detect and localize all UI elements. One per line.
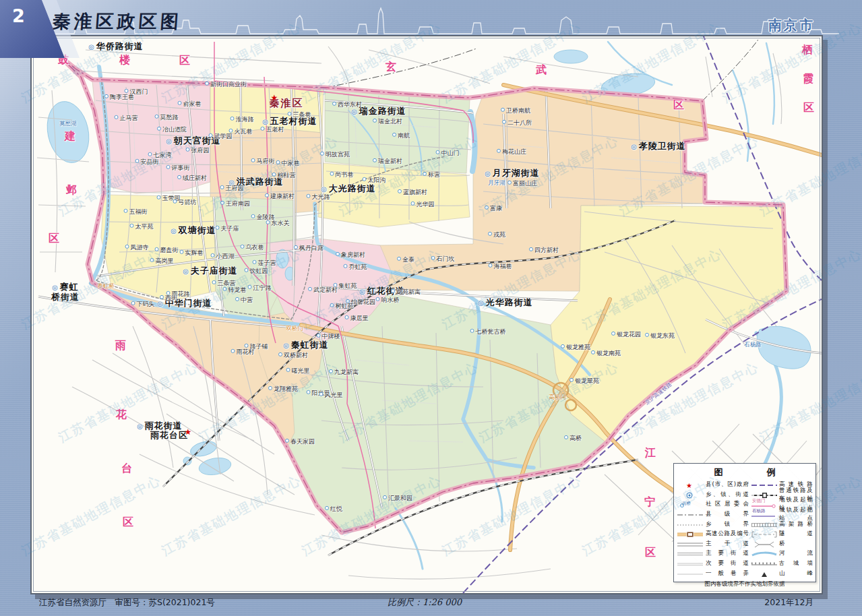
arterial-road-symbol [677,539,704,549]
river-symbol [751,549,778,558]
neighbor-district-label: 区 [645,546,656,560]
map-label: 乔虹苑 [344,264,367,270]
map-label: 中牌楼 [317,333,340,340]
map-label: 小西湖 [211,253,235,259]
map-label: 凤游寺 [125,244,149,251]
neighbor-district-label: 栖 [802,43,813,57]
map-label: 月牙湖 [488,180,505,187]
map-legend: 图 例 ★ 县(市、区)政府 乡、镇、街道 高桥 社区居委会 县级界 [673,463,816,582]
subdistrict-label: ◎月牙湖街道 [485,168,540,179]
map-label: 石杨路 [744,342,762,348]
map-label: 枫丹白露 [294,245,324,251]
city-wall-symbol [751,559,778,568]
atlas-page: 2 秦淮区政区图 南京市 [0,0,862,616]
legend-row: 主干道 [674,539,751,549]
map-panel[interactable]: 秦淮区★雨花台区★◎华侨路街道◎朝天宫街道◎五老村街道◎洪武路街道◎瑞金路街道◎… [30,35,823,594]
map-label: 九龙新寓 [329,369,359,375]
map-label: 蓝旗新村 [398,189,427,195]
page-title: 秦淮区政区图 [52,9,183,34]
subdistrict-label: ◎夫子庙街道 [183,266,238,276]
map-label: 龙苑新寓 [391,288,421,295]
map-label: 大光路 [307,193,330,200]
map-label: 西华东村 [332,101,362,108]
map-label: 冶山道院 [157,126,187,133]
map-label: 富丽山庄 [507,180,537,187]
page-number: 2 [12,5,25,26]
map-label: 响水桥 [376,297,400,303]
map-label: 安品街 [135,158,159,165]
map-label: 下码头 [131,301,155,307]
map-label: 莲子营 [253,259,276,266]
legend-row: 主要街道 [674,549,751,559]
map-label: 雨花村 [231,348,255,355]
map-label: 中营 [235,297,253,303]
map-label: 汇景和园 [383,495,412,501]
map-label: 双桥新村 [278,352,308,359]
neighbor-district-label: 宁 [644,495,655,510]
town-marker-icon [677,490,704,499]
map-label: 王府南园 [220,200,250,207]
map-label: 光华园 [411,201,435,208]
legend-note: 图内各级境界不作实地划界依据 [674,580,815,588]
elevated-road-symbol [751,520,778,529]
map-label: 赛虹桥 [97,283,115,290]
map-label: 三条营 [212,280,236,286]
legend-row: 乡、镇、街道 [674,490,751,500]
map-label: 饮虹园 [245,268,268,274]
map-label: 明故宫苑 [320,151,350,158]
neighbor-district-label: 武 [536,63,547,78]
map-label: 梅花山庄 [497,148,526,155]
legend-title: 图 例 [674,466,815,479]
legend-row: 高速公路及编号 [674,529,751,539]
map-label: 树虹苑 [330,303,354,309]
subdistrict-label: ◎赛虹桥街道 [50,282,81,303]
map-label: 红悦 [325,505,342,512]
secondary-street-symbol [677,559,704,568]
map-label: 五老村 [261,126,284,133]
map-label: 转龙巷 [223,286,247,293]
map-label: 太阳沟 [363,177,386,183]
map-label: 绒庄新村 [177,175,207,181]
neighbor-district-label: 区 [179,54,190,68]
footer-publisher: 江苏省自然资源厅 审图号：苏S(2021)021号 [39,597,215,609]
map-label: 银龙南苑 [591,350,621,357]
map-label: 象房新村 [336,251,365,258]
map-label: 春天家园 [285,438,315,445]
map-label: 莫愁路 [155,114,179,121]
map-label: 莫愁湖 [59,121,77,127]
map-label: 弓箭坊 [173,199,197,206]
subdistrict-label: ◎华侨路街道 [88,42,144,52]
city-label: 南京市 [768,16,815,34]
bridge-symbol [751,539,778,549]
map-label: ★ [185,428,192,437]
map-label: 五福街 [124,208,148,215]
neighbor-district-label: 江 [645,446,656,460]
map-label: 银龙东苑 [645,332,675,339]
map-label: 曙光里 [286,367,310,374]
map-label: 卫桥南航 [501,107,530,114]
map-label: 银龙花园 [611,331,641,338]
map-label: 银龙雅苑 [561,344,590,350]
map-label: 实辉巷 [180,249,204,256]
expressway-symbol [677,529,704,538]
subdistrict-label: ◎大光路街道 [321,184,376,194]
legend-row: 隧道 [751,529,814,539]
footer-scale: 比例尺：1:26 000 [357,596,492,609]
map-label: 二十八所 [502,119,532,126]
map-label: 火瓦巷 [229,128,253,135]
neighbor-district-label: 雨 [115,339,126,353]
map-label: 雨花台区 [150,431,188,441]
legend-row: 桥 [751,539,814,549]
legend-row: 古城墙 [751,559,814,569]
legend-row: 石杨路 城轨及起讫站点 [751,510,814,520]
footer-date: 2021年12月 [764,597,813,609]
map-label: 石门坎 [431,255,455,262]
neighbor-district-label: 区 [123,516,133,530]
neighbor-district-label: 邺 [66,183,77,197]
community-marker-icon: 高桥 [677,499,704,509]
map-label: 王府园 [220,185,244,191]
peak-symbol [751,569,778,578]
map-label: 高桥门 [549,394,566,401]
map-label: 海福巷 [489,263,512,270]
map-label: 张府园 [186,147,210,154]
